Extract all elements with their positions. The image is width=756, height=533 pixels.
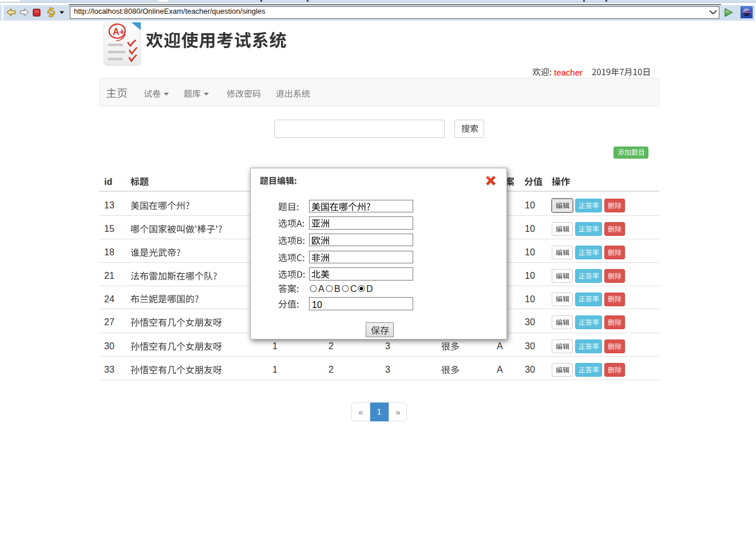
svg-text:teacher: teacher	[554, 68, 583, 77]
svg-text:3: 3	[385, 365, 390, 374]
svg-text:10: 10	[525, 224, 535, 234]
svg-text:C: C	[350, 283, 357, 293]
svg-text:»: »	[395, 406, 400, 416]
svg-text:1: 1	[377, 407, 382, 416]
svg-text:D: D	[366, 283, 373, 293]
svg-text:«: «	[358, 406, 363, 416]
svg-text:21: 21	[104, 271, 114, 281]
svg-text:33: 33	[104, 365, 114, 374]
svg-text:2: 2	[328, 341, 334, 351]
svg-text:10: 10	[525, 294, 535, 303]
svg-text:27: 27	[104, 317, 114, 327]
svg-text:3: 3	[385, 341, 390, 351]
svg-text:B: B	[334, 283, 341, 293]
svg-text:A: A	[497, 365, 503, 374]
svg-text:15: 15	[104, 224, 114, 234]
svg-text:24: 24	[104, 294, 114, 303]
svg-text:30: 30	[104, 341, 114, 351]
svg-text:10: 10	[525, 200, 535, 210]
svg-text:2: 2	[328, 365, 334, 374]
svg-text:A: A	[318, 283, 324, 293]
svg-text:30: 30	[525, 317, 535, 327]
svg-text:30: 30	[525, 341, 535, 351]
svg-text:13: 13	[104, 200, 114, 210]
svg-text:id: id	[104, 177, 112, 187]
svg-text:18: 18	[104, 247, 114, 257]
svg-text:10: 10	[312, 299, 322, 309]
svg-text:10: 10	[525, 247, 535, 257]
svg-text:1: 1	[272, 365, 278, 374]
svg-text:http://localhost:8080/OnlineEx: http://localhost:8080/OnlineExam/teacher…	[74, 7, 266, 15]
svg-text:10: 10	[525, 271, 535, 281]
svg-text:30: 30	[525, 365, 535, 374]
svg-text:1: 1	[272, 341, 278, 351]
svg-text:A+: A+	[113, 26, 125, 36]
svg-text:A: A	[497, 341, 503, 351]
